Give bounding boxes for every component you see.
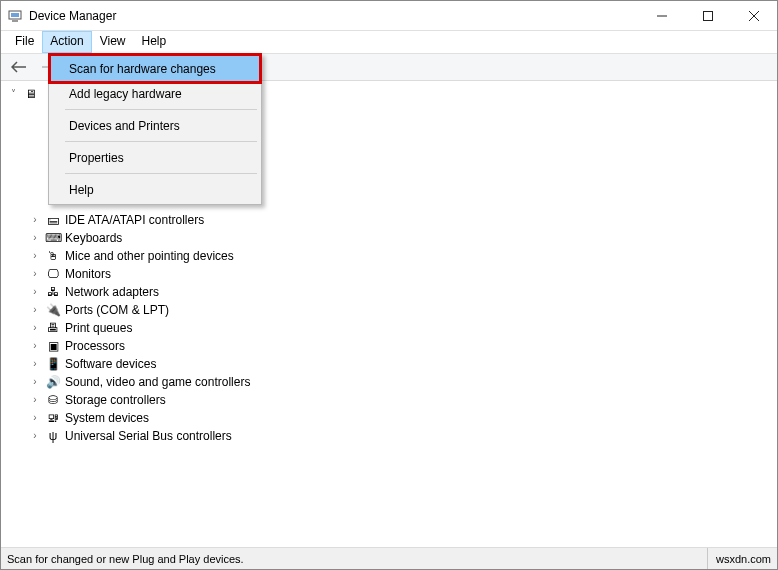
network-icon: 🖧 [45, 284, 61, 300]
tree-node-label: Print queues [65, 321, 132, 335]
menu-item-add-legacy-hardware[interactable]: Add legacy hardware [51, 81, 259, 106]
svg-rect-2 [12, 20, 18, 22]
menu-item-help[interactable]: Help [51, 177, 259, 202]
menu-help[interactable]: Help [134, 31, 175, 53]
menu-view[interactable]: View [92, 31, 134, 53]
computer-icon: 🖥 [23, 86, 39, 102]
expander-icon[interactable]: › [29, 213, 41, 225]
expander-icon[interactable]: › [29, 339, 41, 351]
back-button[interactable] [7, 56, 31, 78]
expander-icon[interactable]: › [29, 357, 41, 369]
tree-node-label: Monitors [65, 267, 111, 281]
mouse-icon: 🖱 [45, 248, 61, 264]
tree-node[interactable]: ›🖴IDE ATA/ATAPI controllers [29, 211, 777, 229]
app-icon [7, 8, 23, 24]
tree-node[interactable]: ›▣Processors [29, 337, 777, 355]
svg-rect-1 [11, 13, 19, 17]
tree-node-label: Software devices [65, 357, 156, 371]
expander-icon[interactable]: › [29, 429, 41, 441]
window-controls [639, 1, 777, 31]
menu-separator [65, 141, 257, 142]
keyboard-icon: ⌨ [45, 230, 61, 246]
expander-icon[interactable]: › [29, 303, 41, 315]
close-button[interactable] [731, 1, 777, 31]
ide-icon: 🖴 [45, 212, 61, 228]
tree-node[interactable]: ›⛁Storage controllers [29, 391, 777, 409]
menu-file[interactable]: File [7, 31, 42, 53]
window-title: Device Manager [29, 9, 116, 23]
expander-icon[interactable]: › [29, 393, 41, 405]
tree-node-label: Keyboards [65, 231, 122, 245]
tree-node-label: Mice and other pointing devices [65, 249, 234, 263]
expander-icon[interactable]: › [29, 267, 41, 279]
svg-rect-4 [704, 11, 713, 20]
status-text: Scan for changed or new Plug and Play de… [7, 553, 244, 565]
tree-node[interactable]: ›ψUniversal Serial Bus controllers [29, 427, 777, 445]
expander-icon[interactable]: › [29, 411, 41, 423]
storage-icon: ⛁ [45, 392, 61, 408]
expander-icon[interactable]: › [29, 321, 41, 333]
tree-node[interactable]: ›🔊Sound, video and game controllers [29, 373, 777, 391]
monitor-icon: 🖵 [45, 266, 61, 282]
tree-node[interactable]: ›🔌Ports (COM & LPT) [29, 301, 777, 319]
printer-icon: 🖶 [45, 320, 61, 336]
titlebar: Device Manager [1, 1, 777, 31]
tree-node[interactable]: ›📱Software devices [29, 355, 777, 373]
maximize-button[interactable] [685, 1, 731, 31]
minimize-button[interactable] [639, 1, 685, 31]
menubar: FileActionViewHelp [1, 31, 777, 53]
tree-node-label: System devices [65, 411, 149, 425]
tree-node[interactable]: ›🖳System devices [29, 409, 777, 427]
tree-node[interactable]: ›🖶Print queues [29, 319, 777, 337]
tree-node-label: IDE ATA/ATAPI controllers [65, 213, 204, 227]
expander-icon[interactable]: › [29, 231, 41, 243]
tree-node[interactable]: ›🖱Mice and other pointing devices [29, 247, 777, 265]
menu-item-devices-and-printers[interactable]: Devices and Printers [51, 113, 259, 138]
usb-icon: ψ [45, 428, 61, 444]
cpu-icon: ▣ [45, 338, 61, 354]
expander-icon[interactable]: › [29, 375, 41, 387]
tree-node-label: Network adapters [65, 285, 159, 299]
expander-icon[interactable]: › [29, 249, 41, 261]
software-icon: 📱 [45, 356, 61, 372]
menu-separator [65, 173, 257, 174]
tree-node-label: Processors [65, 339, 125, 353]
sound-icon: 🔊 [45, 374, 61, 390]
system-icon: 🖳 [45, 410, 61, 426]
tree-node-label: Universal Serial Bus controllers [65, 429, 232, 443]
action-menu-dropdown: Scan for hardware changesAdd legacy hard… [48, 53, 262, 205]
menu-separator [65, 109, 257, 110]
tree-node-label: Sound, video and game controllers [65, 375, 250, 389]
status-right: wsxdn.com [707, 548, 771, 569]
tree-node[interactable]: ›⌨Keyboards [29, 229, 777, 247]
tree-node[interactable]: ›🖵Monitors [29, 265, 777, 283]
tree-node-label: Storage controllers [65, 393, 166, 407]
port-icon: 🔌 [45, 302, 61, 318]
menu-item-properties[interactable]: Properties [51, 145, 259, 170]
statusbar: Scan for changed or new Plug and Play de… [1, 547, 777, 569]
tree-node-label: Ports (COM & LPT) [65, 303, 169, 317]
expander-icon[interactable]: › [29, 285, 41, 297]
menu-action[interactable]: Action [42, 31, 91, 53]
expander-icon[interactable]: ˅ [7, 87, 19, 99]
tree-node[interactable]: ›🖧Network adapters [29, 283, 777, 301]
menu-item-scan-for-hardware-changes[interactable]: Scan for hardware changes [48, 53, 262, 84]
